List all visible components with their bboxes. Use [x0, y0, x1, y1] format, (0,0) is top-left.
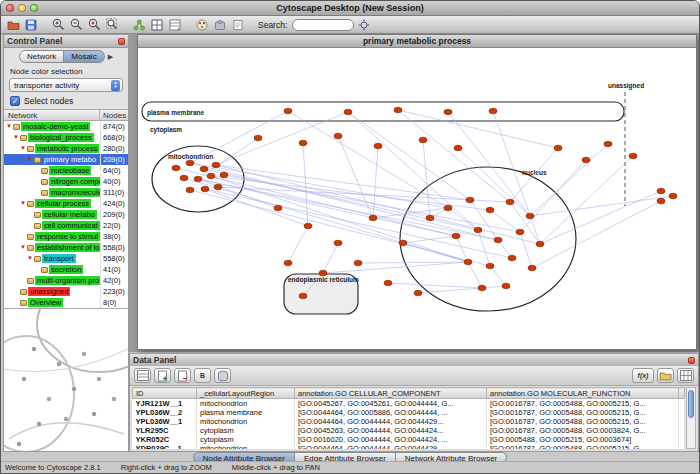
- tree-row-metabolic-process[interactable]: ▼metabolic process280(0): [4, 143, 128, 154]
- tree-column-nodes[interactable]: Nodes: [100, 110, 128, 120]
- zoom-fit-icon[interactable]: [104, 17, 120, 32]
- titlebar[interactable]: Cytoscape Desktop (New Session): [1, 1, 699, 16]
- tree-header: Network Nodes: [4, 109, 128, 121]
- expander-icon[interactable]: ▼: [26, 253, 34, 264]
- table-row[interactable]: YPL036W__1mitochondrion[GO:0044464, GO:0…: [133, 417, 685, 426]
- tree-row-cellular-metabo[interactable]: cellular metabo209(0): [4, 209, 128, 220]
- column-header[interactable]: annotation.GO CELLULAR_COMPONENT: [295, 388, 487, 399]
- search-input[interactable]: [292, 19, 354, 31]
- tree-row-multi-organism-pro[interactable]: multi-organism pro42(0): [4, 275, 128, 286]
- tree-row-unassigned[interactable]: unassigned223(0): [4, 286, 128, 297]
- tree-column-network[interactable]: Network: [4, 110, 100, 120]
- table-cell[interactable]: [GO:0016787, GO:0005488, GO:0005215, G..…: [487, 408, 679, 417]
- tree-row-overview[interactable]: Overview8(0): [4, 297, 128, 308]
- status-bar: Welcome to Cytoscape 2.8.1 Right-click +…: [1, 461, 699, 473]
- table-cell[interactable]: YDR039C__1: [133, 444, 197, 449]
- table-cell[interactable]: YJR121W__1: [133, 399, 197, 409]
- open-session-icon[interactable]: [5, 17, 21, 32]
- network-canvas[interactable]: plasma membranecytoplasmmitochondrionnuc…: [138, 48, 696, 349]
- save-session-icon[interactable]: [23, 17, 39, 32]
- table-cell[interactable]: [GO:0016020, GO:0044444, GO:0044424, ...: [295, 435, 487, 444]
- table-cell[interactable]: [GO:0045267, GO:0045261, GO:0044444, G..…: [295, 399, 487, 409]
- table-cell[interactable]: plasma membrane: [197, 408, 295, 417]
- table-cell[interactable]: [GO:0016787, GO:0005488, GO:0005215, G..…: [487, 399, 679, 409]
- attribute-database-button[interactable]: [214, 368, 231, 383]
- create-attribute-button[interactable]: [154, 368, 171, 383]
- tree-row-response-to-stimul[interactable]: response to stimul38(0): [4, 231, 128, 242]
- table-settings-button[interactable]: [677, 368, 694, 383]
- tab-network[interactable]: Network: [19, 50, 64, 63]
- select-nodes-checkbox[interactable]: ✓: [10, 96, 20, 106]
- first-neighbors-icon[interactable]: [131, 17, 147, 32]
- expander-icon[interactable]: ▼: [19, 198, 27, 209]
- attribute-table[interactable]: ID_cellularLayoutRegionannotation.GO CEL…: [132, 387, 685, 449]
- table-row[interactable]: YDR039C__1mitochondrion[GO:0044464, GO:0…: [133, 444, 685, 449]
- column-header[interactable]: _cellularLayoutRegion: [197, 388, 295, 399]
- tree-row-macromolecule[interactable]: macromolecule311(0): [4, 187, 128, 198]
- tree-row-primary-metabo[interactable]: ▼primary metabo209(0): [4, 154, 128, 165]
- table-cell[interactable]: [GO:0016787, GO:0005488, GO:0005215, G..…: [487, 444, 679, 449]
- table-cell[interactable]: YKR052C: [133, 435, 197, 444]
- network-view-title[interactable]: primary metabolic process: [138, 35, 696, 48]
- table-cell[interactable]: [GO:0016787, GO:0005488, GO:0003824, G..…: [487, 426, 679, 435]
- expander-icon[interactable]: ▼: [5, 121, 13, 132]
- table-cell[interactable]: [GO:0005488, GO:0005215, GO:0003674]: [487, 435, 679, 444]
- delete-attribute-button[interactable]: [174, 368, 191, 383]
- float-panel-button[interactable]: [118, 38, 125, 45]
- table-cell[interactable]: YPL036W__1: [133, 417, 197, 426]
- zoom-selected-icon[interactable]: [86, 17, 102, 32]
- column-header[interactable]: ID: [133, 388, 197, 399]
- tree-row-secretion[interactable]: secretion41(0): [4, 264, 128, 275]
- zoom-out-icon[interactable]: [68, 17, 84, 32]
- table-cell[interactable]: cytoplasm: [197, 426, 295, 435]
- select-attributes-button[interactable]: [134, 368, 151, 383]
- table-cell[interactable]: cytoplasm: [197, 435, 295, 444]
- table-cell[interactable]: [GO:0016787, GO:0005488, GO:0005215, G..…: [487, 417, 679, 426]
- table-row[interactable]: YKR052Ccytoplasm[GO:0016020, GO:0044444,…: [133, 435, 685, 444]
- table-cell[interactable]: [GO:0044464, GO:0044444, GO:0044429...: [295, 417, 487, 426]
- control-panel-header: Control Panel: [4, 35, 128, 48]
- tree-row-transport[interactable]: ▼transport558(0): [4, 253, 128, 264]
- table-row[interactable]: YPL036W__2plasma membrane[GO:0044464, GO…: [133, 408, 685, 417]
- table-cell[interactable]: YPL036W__2: [133, 408, 197, 417]
- tree-row-cellular-process[interactable]: ▼cellular process424(0): [4, 198, 128, 209]
- search-config-icon[interactable]: [356, 17, 372, 32]
- tree-row-label-area: ▼transport: [4, 253, 100, 264]
- table-cell[interactable]: [GO:0044464, GO:0044444, GO:0044429...: [295, 444, 487, 449]
- import-network-icon[interactable]: [149, 17, 165, 32]
- rename-attribute-button[interactable]: B: [194, 368, 211, 383]
- table-scrollbar[interactable]: [686, 387, 696, 449]
- table-cell[interactable]: mitochondrion: [197, 417, 295, 426]
- import-table-button[interactable]: [657, 368, 674, 383]
- annotation-icon[interactable]: [230, 17, 246, 32]
- tree-row-nucleobase[interactable]: nucleobase64(0): [4, 165, 128, 176]
- expander-icon[interactable]: ▼: [26, 154, 34, 165]
- tree-row-biological-process[interactable]: ▼biological_process668(0): [4, 132, 128, 143]
- expander-icon[interactable]: ▼: [19, 242, 27, 253]
- scrollbar-thumb[interactable]: [688, 390, 694, 418]
- table-row[interactable]: YJR121W__1mitochondrion[GO:0045267, GO:0…: [133, 399, 685, 409]
- tree-row-mosaic-demo-yeast[interactable]: ▼mosaic-demo-yeast874(0): [4, 121, 128, 132]
- table-cell[interactable]: YLR295C: [133, 426, 197, 435]
- table-row[interactable]: YLR295Ccytoplasm[GO:0045263, GO:0044444,…: [133, 426, 685, 435]
- vizmapper-icon[interactable]: [194, 17, 210, 32]
- function-builder-button[interactable]: f(x): [632, 368, 654, 383]
- table-cell[interactable]: mitochondrion: [197, 444, 295, 449]
- table-cell[interactable]: [GO:0044464, GO:0005886, GO:0044444, ...: [295, 408, 487, 417]
- tab-scroll-right-icon[interactable]: ▶: [108, 53, 113, 61]
- tree-row-establishment-of-lo[interactable]: ▼establishment of lo558(0): [4, 242, 128, 253]
- tree-row-cell-communicat[interactable]: cell communicat22(0): [4, 220, 128, 231]
- expander-icon[interactable]: ▼: [19, 143, 27, 154]
- select-nodes-option: ✓ Select nodes: [10, 96, 122, 106]
- import-attributes-icon[interactable]: [167, 17, 183, 32]
- table-cell[interactable]: [GO:0045263, GO:0044444, GO:0044424...: [295, 426, 487, 435]
- plugin-manager-icon[interactable]: [212, 17, 228, 32]
- expander-icon[interactable]: ▼: [12, 132, 20, 143]
- node-color-dropdown[interactable]: transporter activity ▲▼: [9, 78, 123, 92]
- float-panel-button[interactable]: [688, 357, 695, 364]
- table-cell[interactable]: mitochondrion: [197, 399, 295, 409]
- tree-row-nitrogen-compo[interactable]: nitrogen compo40(0): [4, 176, 128, 187]
- tab-mosaic[interactable]: Mosaic: [64, 50, 104, 63]
- column-header[interactable]: annotation.GO MOLECULAR_FUNCTION: [487, 388, 679, 399]
- zoom-in-icon[interactable]: [50, 17, 66, 32]
